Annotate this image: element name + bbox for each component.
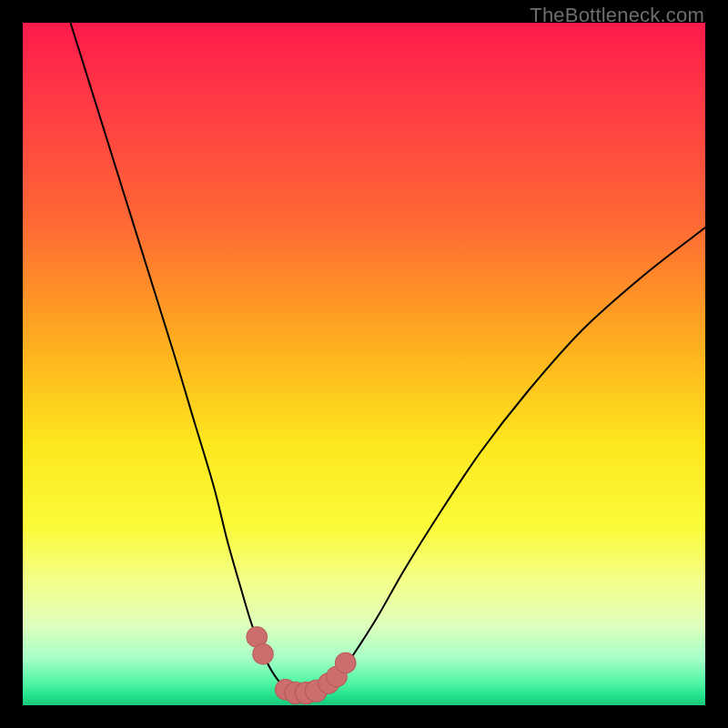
curve-marker (336, 652, 357, 673)
curve-marker (253, 644, 274, 665)
curve-markers (247, 627, 356, 704)
outer-frame: TheBottleneck.com (0, 0, 728, 728)
chart-svg (23, 23, 705, 705)
bottleneck-curve (71, 23, 706, 695)
plot-area (23, 23, 705, 705)
curve-path (71, 23, 706, 695)
watermark-text: TheBottleneck.com (530, 4, 704, 27)
